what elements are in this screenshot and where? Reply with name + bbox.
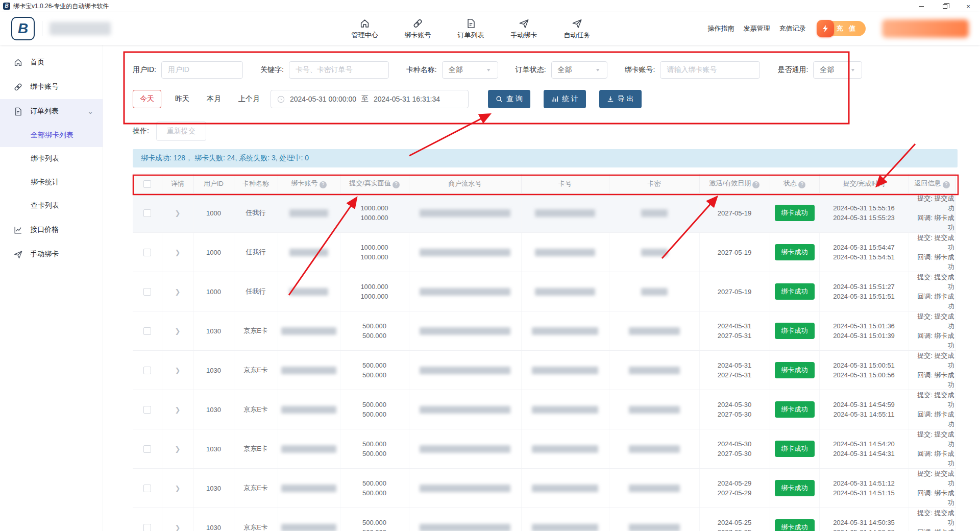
link-recharge-record[interactable]: 充值记录: [779, 24, 805, 33]
help-icon[interactable]: ?: [943, 181, 950, 188]
header-select-all[interactable]: [133, 174, 162, 194]
sidebar-subitem-查卡列表[interactable]: 查卡列表: [0, 194, 103, 218]
table-row: ❯1030京东E卡500.000500.0002024-05-292027-05…: [133, 469, 955, 508]
universal-select[interactable]: 全部▼: [813, 61, 862, 79]
row-checkbox[interactable]: [143, 485, 151, 492]
nav-手动绑卡[interactable]: 手动绑卡: [511, 18, 537, 40]
nav-绑卡账号[interactable]: 绑卡账号: [405, 18, 431, 40]
expand-row-icon[interactable]: ❯: [175, 327, 181, 335]
recharge-button[interactable]: 充 值: [819, 21, 866, 36]
chevron-down-icon: ▼: [486, 67, 492, 73]
row-checkbox[interactable]: [143, 445, 151, 453]
cell-result: 提交: 提交成功回调: 绑卡成功: [909, 390, 955, 429]
sidebar-item-order-list[interactable]: 订单列表⌄: [0, 99, 103, 124]
sidebar-item-api-price[interactable]: 接口价格: [0, 218, 103, 242]
blurred-account-button[interactable]: [882, 19, 969, 38]
cell-card-type: 任我行: [234, 194, 278, 233]
help-icon[interactable]: ?: [393, 181, 400, 188]
sidebar-subitem-全部绑卡列表[interactable]: 全部绑卡列表: [0, 124, 103, 147]
quick-last-month-button[interactable]: 上个月: [232, 90, 266, 108]
cell-times: 2024-05-31 15:01:362024-05-31 15:01:39: [819, 311, 909, 351]
resubmit-button[interactable]: 重新提交: [156, 122, 206, 141]
help-icon[interactable]: ?: [752, 181, 760, 188]
cell-user-id: 1030: [193, 311, 234, 351]
status-badge: 绑卡成功: [775, 480, 815, 496]
cell-result: 提交: 提交成功回调: 绑卡成功: [909, 351, 955, 390]
cell-result: 提交: 提交成功回调: 绑卡成功: [909, 508, 955, 531]
user-id-input[interactable]: 用户ID: [161, 61, 243, 79]
cell-result: 提交: 提交成功回调: 绑卡成功: [909, 429, 955, 469]
status-badge: 绑卡成功: [775, 401, 815, 418]
column-header-状态: 状态?: [770, 174, 819, 194]
sidebar-item-bind-account[interactable]: 绑卡账号: [0, 75, 103, 99]
table-row: ❯1000任我行1000.0001000.0002027-05-19绑卡成功20…: [133, 194, 955, 233]
sidebar-subitem-绑卡列表[interactable]: 绑卡列表: [0, 147, 103, 171]
column-header-用户ID: 用户ID: [193, 174, 234, 194]
nav-管理中心[interactable]: 管理中心: [352, 18, 378, 40]
expand-row-icon[interactable]: ❯: [175, 485, 181, 492]
query-button[interactable]: 查 询: [488, 90, 530, 108]
quick-this-month-button[interactable]: 本月: [200, 90, 228, 108]
cell-merchant-no-blurred: [409, 351, 521, 390]
keyword-input[interactable]: 卡号、卡密订单号: [289, 61, 389, 79]
expand-row-icon[interactable]: ❯: [175, 406, 181, 414]
lightning-icon: [817, 20, 834, 37]
cell-card-secret-blurred: [609, 351, 699, 390]
card-type-select[interactable]: 全部▼: [442, 61, 498, 79]
close-button[interactable]: ×: [957, 0, 980, 12]
cell-bind-account-blurred: [278, 194, 340, 233]
quick-today-button[interactable]: 今天: [133, 90, 161, 108]
nav-自动任务[interactable]: 自动任务: [564, 18, 591, 40]
select-all-checkbox[interactable]: [143, 180, 151, 188]
quick-yesterday-button[interactable]: 昨天: [168, 90, 196, 108]
row-checkbox[interactable]: [143, 524, 151, 531]
operation-label: 操作:: [133, 127, 149, 136]
row-checkbox[interactable]: [143, 249, 151, 256]
cell-user-id: 1030: [193, 508, 234, 531]
expand-row-icon[interactable]: ❯: [175, 524, 181, 531]
export-button[interactable]: 导 出: [599, 90, 642, 108]
cell-merchant-no-blurred: [409, 194, 521, 233]
help-icon[interactable]: ?: [798, 181, 805, 188]
row-checkbox[interactable]: [143, 406, 151, 414]
expand-row-icon[interactable]: ❯: [175, 288, 181, 296]
expand-row-icon[interactable]: ❯: [175, 367, 181, 374]
send-icon: [519, 18, 530, 29]
row-checkbox[interactable]: [143, 209, 151, 217]
cell-times: 2024-05-31 14:54:202024-05-31 14:54:31: [819, 429, 909, 469]
link-invoice-management[interactable]: 发票管理: [743, 24, 770, 33]
cell-merchant-no-blurred: [409, 233, 521, 272]
expand-row-icon[interactable]: ❯: [175, 445, 181, 453]
cell-times: 2024-05-31 15:00:512024-05-31 15:00:56: [819, 351, 909, 390]
status-badge: 绑卡成功: [775, 205, 815, 221]
row-checkbox[interactable]: [143, 327, 151, 335]
help-icon[interactable]: ?: [320, 181, 327, 188]
cell-card-type: 京东E卡: [234, 469, 278, 508]
row-checkbox[interactable]: [143, 288, 151, 296]
order-status-select[interactable]: 全部▼: [551, 61, 607, 79]
cell-card-no-blurred: [521, 311, 609, 351]
nav-订单列表[interactable]: 订单列表: [458, 18, 484, 40]
clock-icon: [277, 95, 285, 103]
minimize-button[interactable]: [910, 0, 933, 12]
cell-merchant-no-blurred: [409, 469, 521, 508]
stats-button[interactable]: 统 计: [544, 90, 586, 108]
restore-button[interactable]: [933, 0, 957, 12]
bind-account-input[interactable]: 请输入绑卡账号: [660, 61, 760, 79]
user-id-label: 用户ID:: [133, 65, 156, 75]
expand-row-icon[interactable]: ❯: [175, 249, 181, 256]
sidebar-item-home[interactable]: 首页: [0, 50, 103, 75]
link-operation-guide[interactable]: 操作指南: [707, 24, 734, 33]
cell-merchant-no-blurred: [409, 311, 521, 351]
column-header-卡号: 卡号: [521, 174, 609, 194]
date-range-input[interactable]: 2024-05-31 00:00:00 至 2024-05-31 16:31:3…: [271, 90, 469, 108]
expand-row-icon[interactable]: ❯: [175, 209, 181, 217]
cell-active-dates: 2024-05-292027-05-29: [699, 469, 770, 508]
sidebar-item-manual-bind[interactable]: 手动绑卡: [0, 242, 103, 267]
send-icon: [13, 250, 23, 259]
sidebar-subitem-绑卡统计[interactable]: 绑卡统计: [0, 171, 103, 194]
table-row: ❯1030京东E卡500.000500.0002024-05-302027-05…: [133, 390, 955, 429]
table-row: ❯1030京东E卡500.000500.0002024-05-312027-05…: [133, 311, 955, 351]
row-checkbox[interactable]: [143, 367, 151, 374]
status-badge: 绑卡成功: [775, 283, 815, 300]
